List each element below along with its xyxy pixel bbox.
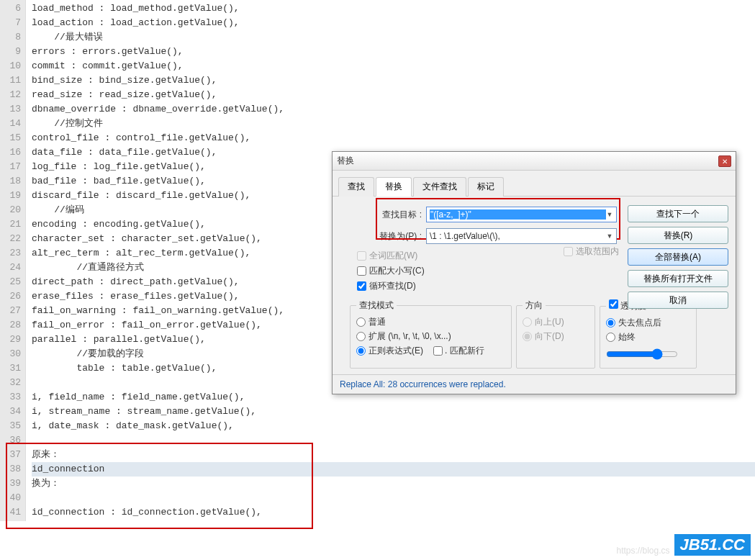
find-what-value: "([a-z,_]+)" [430,209,606,220]
code-line[interactable]: id_connection : id_connection.getValue()… [32,505,755,520]
dir-up-radio [523,317,532,327]
direction-legend: 方向 [523,299,546,312]
replace-with-value: \1 : \1.getValue\(\), [430,231,606,241]
code-line[interactable]: errors : errors.getValue(), [32,45,755,59]
chevron-down-icon[interactable]: ▼ [606,232,613,240]
line-number: 35 [3,419,21,433]
line-number: 24 [3,261,21,275]
mode-normal-label: 普通 [369,316,386,328]
watermark: https://blog.cs JB51.CC [616,534,751,556]
dialog-body: 查找目标 : "([a-z,_]+)" ▼ 替换为(P) : \1 : \1.g… [333,197,736,374]
line-number: 27 [3,304,21,318]
line-number: 6 [3,1,21,16]
chevron-down-icon[interactable]: ▼ [606,211,613,218]
match-newline-checkbox[interactable] [433,346,443,356]
line-number: 21 [3,217,21,232]
watermark-badge: JB51.CC [674,534,751,556]
line-number: 30 [3,347,21,361]
line-number: 41 [3,505,21,520]
tab-mark[interactable]: 标记 [468,177,504,197]
cancel-button[interactable]: 取消 [628,292,728,309]
code-line[interactable]: load_method : load_method.getValue(), [32,1,755,16]
transparency-checkbox[interactable] [609,299,618,309]
dir-up-label: 向上(U) [535,316,564,328]
whole-word-label: 全词匹配(W) [369,250,417,262]
code-line[interactable] [32,491,755,505]
line-number: 13 [3,102,21,117]
mode-extended-radio[interactable] [356,332,366,341]
in-selection-checkbox [564,247,573,256]
find-next-button[interactable]: 查找下一个 [628,205,728,222]
tab-find-in-files[interactable]: 文件查找 [413,177,466,197]
code-line[interactable]: i, stream_name : stream_name.getValue(), [32,405,755,419]
mode-normal-row[interactable]: 普通 [356,316,505,328]
mode-extended-row[interactable]: 扩展 (\n, \r, \t, \0, \x...) [356,330,505,343]
dialog-title: 替换 [337,155,354,167]
line-number: 31 [3,361,21,376]
dialog-status: Replace All: 28 occurrences were replace… [333,374,736,394]
match-newline-check[interactable]: . 匹配新行 [433,345,484,357]
line-number: 10 [3,59,21,73]
search-mode-group: 查找模式 普通 扩展 (\n, \r, \t, \0, \x...) 正则表达式… [350,299,512,369]
replace-all-button[interactable]: 全部替换(A) [628,248,728,266]
trans-focus-radio[interactable] [606,318,615,328]
line-number: 20 [3,203,21,217]
transparency-slider[interactable] [606,348,678,360]
line-number: 11 [3,73,21,88]
code-line[interactable]: //控制文件 [32,117,755,131]
trans-focus-row[interactable]: 失去焦点后 [606,317,690,329]
mode-regex-radio[interactable] [356,346,366,356]
dialog-buttons: 查找下一个 替换(R) 全部替换(A) 替换所有打开文件 取消 [628,205,728,309]
dialog-titlebar[interactable]: 替换 ✕ [333,152,736,171]
code-line[interactable]: control_file : control_file.getValue(), [32,131,755,145]
code-line[interactable] [32,433,755,448]
mode-regex-row[interactable]: 正则表达式(E) . 匹配新行 [356,345,505,357]
in-selection-label: 选取范围内 [576,245,619,258]
line-number: 17 [3,160,21,174]
in-selection-check: 选取范围内 [564,245,619,258]
dir-down-label: 向下(D) [535,330,564,343]
line-number: 9 [3,45,21,59]
group-row: 查找模式 普通 扩展 (\n, \r, \t, \0, \x...) 正则表达式… [350,299,728,369]
replace-button[interactable]: 替换(R) [628,227,728,244]
line-number: 26 [3,289,21,304]
code-line[interactable]: load_action : load_action.getValue(), [32,16,755,30]
transparency-group: 透明度 失去焦点后 始终 [600,299,697,369]
code-line[interactable]: read_size : read_size.getValue(), [32,88,755,102]
replace-with-label: 替换为(P) : [340,230,426,243]
dir-down-row: 向下(D) [523,330,589,343]
line-number: 37 [3,448,21,462]
find-what-input[interactable]: "([a-z,_]+)" ▼ [426,207,617,222]
trans-always-radio[interactable] [606,333,615,342]
line-number: 36 [3,433,21,448]
trans-always-row[interactable]: 始终 [606,331,690,343]
code-line[interactable]: bind_size : bind_size.getValue(), [32,73,755,88]
code-line[interactable]: commit : commit.getValue(), [32,59,755,73]
wrap-checkbox[interactable] [357,281,366,291]
trans-always-label: 始终 [618,331,636,343]
watermark-text: https://blog.cs [616,546,669,556]
tab-replace[interactable]: 替换 [376,177,412,197]
line-number: 7 [3,16,21,30]
whole-word-checkbox [357,251,366,261]
code-line[interactable]: //最大错误 [32,30,755,45]
tab-find[interactable]: 查找 [338,177,374,197]
code-line[interactable]: 换为： [32,477,755,491]
dialog-tabs: 查找 替换 文件查找 标记 [333,171,736,197]
match-case-label: 匹配大小写(C) [369,265,425,277]
close-icon[interactable]: ✕ [718,155,731,167]
line-number-gutter: 6789101112131415161718192021222324252627… [0,0,26,521]
code-line[interactable]: 原来： [32,448,755,462]
replace-in-open-button[interactable]: 替换所有打开文件 [628,270,728,287]
mode-normal-radio[interactable] [356,317,366,327]
match-case-checkbox[interactable] [357,266,366,276]
replace-with-input[interactable]: \1 : \1.getValue\(\), ▼ [426,228,617,244]
line-number: 15 [3,131,21,145]
code-line[interactable]: id_connection [32,462,755,477]
line-number: 29 [3,333,21,347]
line-number: 8 [3,30,21,45]
search-mode-legend: 查找模式 [356,299,397,312]
code-line[interactable]: i, date_mask : date_mask.getValue(), [32,419,755,433]
replace-dialog: 替换 ✕ 查找 替换 文件查找 标记 查找目标 : "([a-z,_]+)" ▼… [332,151,736,394]
code-line[interactable]: dbname_override : dbname_override.getVal… [32,102,755,117]
